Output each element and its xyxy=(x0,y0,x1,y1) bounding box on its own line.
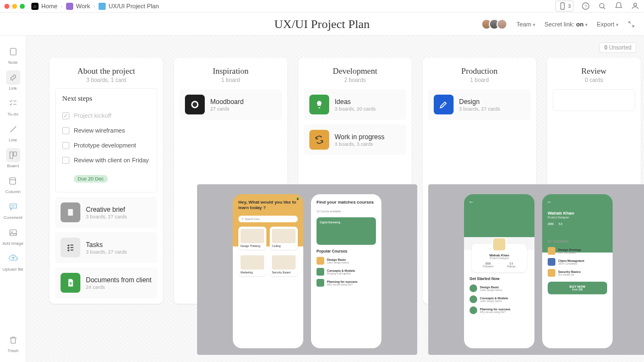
sidebar-note[interactable]: Note xyxy=(6,42,20,67)
checkbox-icon[interactable] xyxy=(62,142,69,149)
board-card-ideas[interactable]: Ideas3 boards, 20 cards xyxy=(304,89,406,120)
mockup-card: Digital Marketing xyxy=(316,217,376,245)
phone-mockup: ← Wahab Khan Product Designer 285K5.0 MY… xyxy=(542,194,613,348)
minimize-window-icon[interactable] xyxy=(12,4,17,9)
breadcrumb-work[interactable]: Work xyxy=(66,3,90,10)
step-item[interactable]: Prototype development xyxy=(62,138,150,153)
svg-point-5 xyxy=(634,3,636,6)
svg-text:?: ? xyxy=(585,4,587,9)
svg-point-3 xyxy=(599,3,604,8)
link-icon xyxy=(8,73,18,83)
board-card-documents[interactable]: Documents from client24 cards xyxy=(55,267,157,298)
sidebar-comment[interactable]: Comment xyxy=(3,198,23,222)
board-card-wip[interactable]: Work in progress3 boards, 3 cards xyxy=(304,124,406,155)
mockup-board-2[interactable]: ← Wahab Khan Product Designer 285KFollow… xyxy=(428,184,644,355)
board-card-tasks[interactable]: Tasks3 boards, 27 cards xyxy=(55,232,157,263)
sidebar-link[interactable]: Link xyxy=(6,68,20,93)
bell-icon[interactable] xyxy=(614,2,623,10)
header-controls: Team▾ Secret link: on▾ Export▾ xyxy=(484,19,635,30)
device-badge[interactable]: 3 xyxy=(555,1,574,12)
board-card-design[interactable]: Design3 boards, 27 cards xyxy=(428,89,531,120)
sidebar-add-image[interactable]: Add image xyxy=(2,223,23,248)
team-dropdown[interactable]: Team▾ xyxy=(516,21,536,28)
mockup-hero: Hey, What would you like to learn today … xyxy=(238,200,298,211)
search-icon[interactable] xyxy=(598,2,607,10)
sidebar-todo[interactable]: To-do xyxy=(6,94,20,119)
svg-rect-13 xyxy=(10,230,17,236)
back-icon: ← xyxy=(468,199,474,205)
breadcrumb-work-label: Work xyxy=(76,3,90,9)
pen-icon xyxy=(434,95,454,114)
export-dropdown[interactable]: Export▾ xyxy=(597,21,619,28)
doc-icon xyxy=(61,202,80,222)
secret-link-dropdown[interactable]: Secret link: on▾ xyxy=(544,21,588,28)
maximize-window-icon[interactable] xyxy=(20,4,25,9)
user-icon[interactable] xyxy=(631,2,640,10)
avatars[interactable] xyxy=(484,19,507,30)
column-subtitle: 2 boards xyxy=(304,77,406,83)
steps-title: Next steps xyxy=(62,94,150,103)
close-window-icon[interactable] xyxy=(4,4,9,9)
board-card-creative-brief[interactable]: Creative brief3 boards, 27 cards xyxy=(55,197,157,228)
column-subtitle: 0 cards xyxy=(553,77,635,83)
step-item[interactable]: ✓Project kickoff xyxy=(62,108,150,123)
column-title: About the project xyxy=(55,67,157,76)
column-title: Development xyxy=(304,67,406,76)
checkbox-icon[interactable] xyxy=(62,127,69,134)
home-icon: ⌂ xyxy=(31,3,39,10)
chevron-down-icon: ▾ xyxy=(585,22,588,28)
sidebar-trash[interactable]: Trash xyxy=(6,331,20,355)
top-right-controls: 3 ? xyxy=(555,1,640,12)
help-icon[interactable]: ? xyxy=(581,2,590,10)
column-subtitle: 3 boards, 1 card xyxy=(55,77,157,83)
expand-icon[interactable] xyxy=(627,20,635,28)
step-item[interactable]: Review wireframes xyxy=(62,123,150,138)
column-subtitle: 1 board xyxy=(179,77,282,83)
upload-icon xyxy=(8,254,18,264)
sidebar-line[interactable]: Line xyxy=(6,120,20,145)
canvas[interactable]: 0 Unsorted About the project 3 boards, 1… xyxy=(26,36,644,362)
checklist-icon xyxy=(61,238,80,257)
sidebar-board[interactable]: Board xyxy=(6,146,20,171)
breadcrumb-project[interactable]: UX/UI Project Plan xyxy=(99,3,159,10)
column-about[interactable]: About the project 3 boards, 1 card Next … xyxy=(50,58,163,304)
phone-mockup: Find your matches courses 13 Course avai… xyxy=(311,194,381,348)
checkbox-icon[interactable]: ✓ xyxy=(62,112,69,119)
back-icon: ← xyxy=(547,199,552,205)
breadcrumb-home-label: Home xyxy=(41,3,57,9)
checkbox-icon[interactable] xyxy=(62,157,69,164)
sidebar: Note Link To-do Line Board Column Commen… xyxy=(0,36,26,362)
steps-card[interactable]: Next steps ✓Project kickoff Review wiref… xyxy=(55,88,157,193)
sidebar-upload[interactable]: Upload file xyxy=(3,249,24,274)
image-icon xyxy=(8,228,18,238)
breadcrumb-home[interactable]: ⌂ Home xyxy=(31,3,57,10)
empty-card-slot[interactable] xyxy=(553,89,635,111)
chevron-down-icon: ▾ xyxy=(616,22,619,28)
column-subtitle: 1 board xyxy=(428,77,531,83)
board-card-moodboard[interactable]: Moodboard27 cards xyxy=(179,89,282,120)
folder-icon xyxy=(66,3,73,10)
comment-icon xyxy=(8,202,18,212)
header: UX/UI Project Plan Team▾ Secret link: on… xyxy=(0,13,644,36)
sidebar-column[interactable]: Column xyxy=(6,172,21,196)
note-icon xyxy=(8,47,18,57)
line-icon xyxy=(8,124,18,134)
mobile-icon xyxy=(558,2,567,10)
board-icon xyxy=(99,3,106,10)
device-count: 3 xyxy=(568,3,571,9)
column-header: About the project 3 boards, 1 card xyxy=(55,63,157,85)
svg-rect-0 xyxy=(561,3,565,9)
column-title: Inspiration xyxy=(179,67,282,76)
mockup-row: ● Hey, What would you like to learn toda… xyxy=(197,184,644,355)
step-item[interactable]: Review with client on FridayDue 20 Dec xyxy=(62,153,150,187)
avatar xyxy=(496,19,507,30)
page-title: UX/UI Project Plan xyxy=(274,17,370,31)
bulb-icon xyxy=(309,95,329,114)
column-title: Production xyxy=(428,67,531,76)
mockup-board-1[interactable]: ● Hey, What would you like to learn toda… xyxy=(197,184,417,355)
trash-icon xyxy=(8,335,18,345)
svg-rect-6 xyxy=(10,48,16,55)
window-controls[interactable] xyxy=(4,4,25,9)
due-badge: Due 20 Dec xyxy=(74,175,108,183)
unsorted-badge[interactable]: 0 Unsorted xyxy=(599,42,636,53)
